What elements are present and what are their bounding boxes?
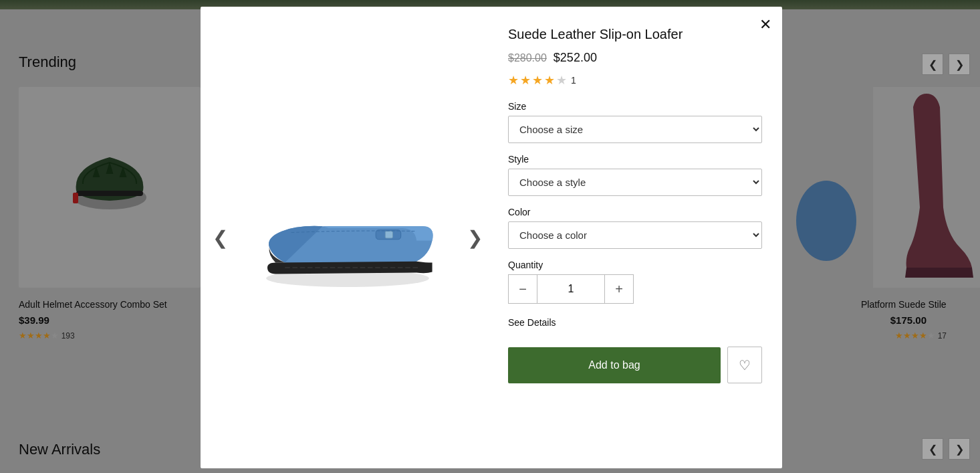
style-select[interactable]: Choose a style Classic Modern Sport bbox=[508, 169, 762, 196]
color-select[interactable]: Choose a color Blue Brown Black White bbox=[508, 221, 762, 249]
image-prev-button[interactable]: ❮ bbox=[207, 221, 233, 254]
action-row: Add to bag ♡ bbox=[508, 347, 762, 383]
style-label: Style bbox=[508, 154, 762, 165]
image-next-button[interactable]: ❯ bbox=[462, 221, 488, 254]
quantity-section: Quantity − 1 + bbox=[508, 260, 762, 304]
size-label: Size bbox=[508, 101, 762, 112]
heart-icon: ♡ bbox=[739, 357, 751, 373]
style-section: Style Choose a style Classic Modern Spor… bbox=[508, 154, 762, 196]
stars-row: ★ ★ ★ ★ ★ 1 bbox=[508, 73, 762, 88]
star-5: ★ bbox=[556, 73, 567, 88]
product-image bbox=[241, 164, 455, 311]
current-price: $252.00 bbox=[554, 51, 597, 65]
product-modal: ❮ bbox=[201, 7, 782, 468]
modal-image-section: ❮ bbox=[201, 7, 495, 468]
size-select[interactable]: Choose a size 7 8 9 10 11 12 bbox=[508, 116, 762, 143]
add-to-bag-button[interactable]: Add to bag bbox=[508, 347, 721, 383]
see-details-link[interactable]: See Details bbox=[508, 317, 762, 328]
quantity-value: 1 bbox=[537, 274, 604, 304]
review-count: 1 bbox=[571, 75, 576, 86]
modal-details: ✕ Suede Leather Slip-on Loafer $280.00 $… bbox=[495, 7, 782, 468]
product-title: Suede Leather Slip-on Loafer bbox=[508, 25, 762, 43]
original-price: $280.00 bbox=[508, 52, 547, 64]
svg-rect-5 bbox=[385, 231, 392, 238]
color-section: Color Choose a color Blue Brown Black Wh… bbox=[508, 207, 762, 249]
modal-close-button[interactable]: ✕ bbox=[759, 17, 771, 32]
star-2: ★ bbox=[520, 73, 531, 88]
quantity-increment-button[interactable]: + bbox=[604, 274, 634, 304]
quantity-decrement-button[interactable]: − bbox=[508, 274, 537, 304]
star-3: ★ bbox=[532, 73, 543, 88]
color-label: Color bbox=[508, 207, 762, 217]
star-1: ★ bbox=[508, 73, 519, 88]
shoe-svg bbox=[247, 177, 448, 298]
price-row: $280.00 $252.00 bbox=[508, 51, 762, 65]
wishlist-button[interactable]: ♡ bbox=[727, 347, 762, 383]
star-rating: ★ ★ ★ ★ ★ bbox=[508, 73, 567, 88]
star-4: ★ bbox=[544, 73, 555, 88]
quantity-label: Quantity bbox=[508, 260, 762, 270]
size-section: Size Choose a size 7 8 9 10 11 12 bbox=[508, 101, 762, 143]
quantity-control: − 1 + bbox=[508, 274, 762, 304]
